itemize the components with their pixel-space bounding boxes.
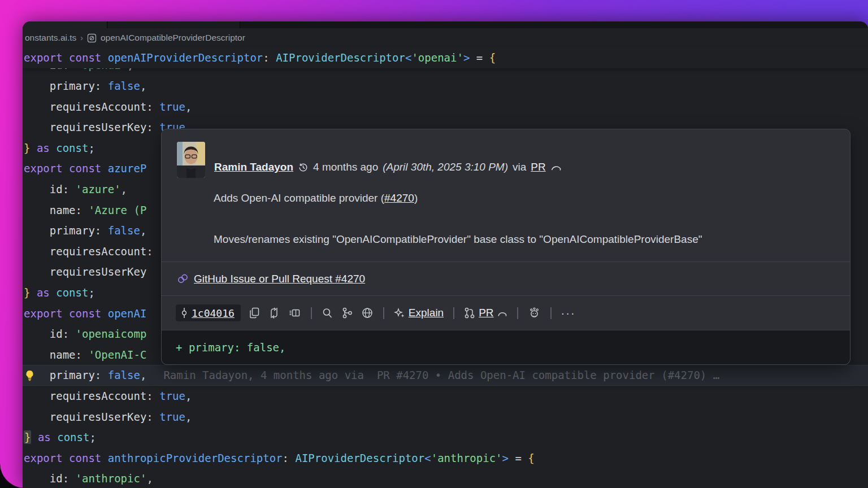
lightbulb-icon[interactable] (25, 370, 34, 381)
github-issue-row: GitHub Issue or Pull Request #4270 (162, 262, 850, 295)
breadcrumb-file[interactable]: onstants.ai.ts (25, 33, 76, 43)
link-icon (177, 273, 189, 284)
diff-preview: + primary: false, (162, 330, 850, 364)
editor-window: onstants.ai.ts › openAICompatibleProvide… (23, 21, 868, 488)
github-issue-link[interactable]: GitHub Issue or Pull Request #4270 (194, 273, 365, 285)
compare-icon[interactable] (268, 307, 280, 319)
explain-button[interactable]: Explain (394, 307, 444, 319)
pr-button[interactable]: PR (464, 307, 507, 319)
breadcrumb: onstants.ai.ts › openAICompatibleProvide… (23, 28, 868, 47)
toolbar-separator (550, 307, 552, 319)
chevron-right-icon: › (80, 33, 83, 42)
globe-icon[interactable] (361, 307, 374, 319)
open-changes-icon[interactable] (288, 307, 301, 319)
breadcrumb-symbol[interactable]: openAICompatibleProviderDescriptor (101, 33, 245, 43)
code-line[interactable]: primary: false, (23, 76, 868, 97)
author-link[interactable]: Ramin Tadayon (214, 161, 293, 173)
issue-link[interactable]: #4270 (384, 192, 414, 204)
commit-time: 4 months ago (313, 161, 378, 173)
code-line[interactable]: requiresAccount: true, (23, 386, 868, 407)
code-line[interactable]: export const anthropicProviderDescriptor… (23, 448, 868, 469)
history-icon (298, 162, 309, 173)
toolbar-separator (517, 307, 518, 319)
git-commit-icon (179, 307, 189, 319)
commit-message-secondary: Moves/renames existing "OpenAICompatible… (214, 233, 850, 246)
tab-bar[interactable] (23, 21, 868, 28)
code-line[interactable]: requiresAccount: true, (23, 97, 868, 117)
clipped-line: id: 'openai', (23, 68, 868, 76)
toolbar-separator (311, 307, 312, 319)
code-line[interactable]: id: 'anthropic', (23, 468, 868, 488)
via-label: via (513, 161, 526, 173)
toolbar-separator (453, 307, 454, 319)
inline-blame[interactable]: Ramin Tadayon, 4 months ago via PR #4270… (163, 369, 719, 381)
gitkraken-icon[interactable] (528, 307, 541, 319)
sparkle-icon (394, 307, 405, 319)
tab-active[interactable] (23, 21, 107, 28)
commit-header: Ramin Tadayon 4 months ago (April 30th, … (177, 142, 835, 178)
pr-arc-icon (550, 163, 562, 172)
toolbar-separator (383, 307, 384, 319)
code-line[interactable]: } as const; (23, 427, 868, 448)
pr-link[interactable]: PR (531, 161, 545, 173)
search-icon[interactable] (322, 307, 333, 319)
sticky-line[interactable]: export const openAIProviderDescriptor: A… (23, 47, 868, 68)
symbol-icon (87, 33, 97, 43)
copy-icon[interactable] (249, 307, 260, 319)
more-actions-button[interactable]: ··· (561, 307, 576, 320)
commit-graph-icon[interactable] (341, 307, 353, 319)
commit-date: (April 30th, 2025 3:10 PM) (383, 161, 508, 173)
diff-added-line: + primary: false, (162, 330, 850, 354)
code-line[interactable]: requiresUserKey: true, (23, 407, 868, 428)
commit-sha-button[interactable]: 1c04016 (176, 304, 241, 321)
code-line-current[interactable]: primary: false,Ramin Tadayon, 4 months a… (23, 365, 868, 386)
avatar[interactable] (177, 142, 205, 178)
pr-arc-icon (497, 309, 507, 317)
pull-request-icon (464, 307, 475, 319)
commit-toolbar: 1c04016 (162, 296, 850, 330)
commit-message: Adds Open-AI compatible provider (#4270) (214, 191, 850, 205)
tab-inactive[interactable] (108, 21, 240, 28)
commit-hover-popup: Ramin Tadayon 4 months ago (April 30th, … (161, 129, 850, 365)
